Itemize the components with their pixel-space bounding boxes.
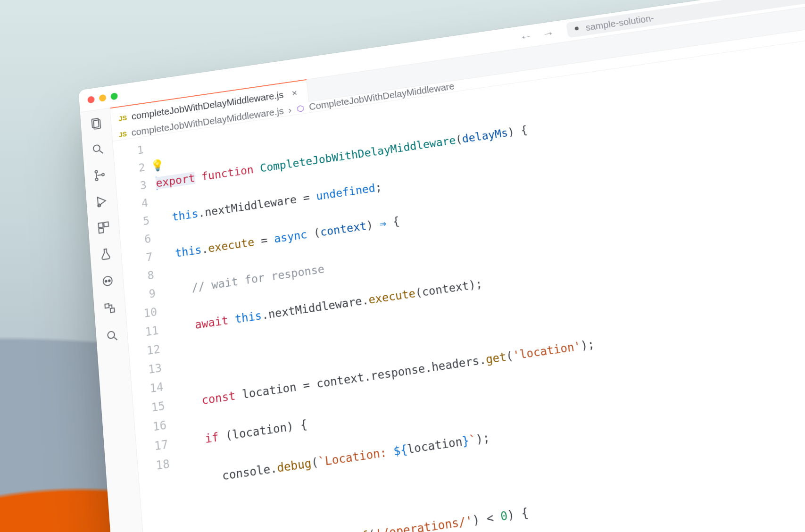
svg-point-6 — [95, 170, 97, 173]
svg-point-7 — [95, 178, 98, 181]
svg-point-14 — [103, 276, 112, 286]
tab-close-icon[interactable]: × — [291, 87, 298, 99]
svg-point-15 — [105, 280, 107, 282]
svg-line-5 — [100, 150, 103, 154]
history-forward-icon[interactable]: → — [541, 25, 555, 41]
svg-rect-13 — [99, 228, 103, 233]
svg-rect-12 — [104, 222, 108, 227]
files-icon[interactable] — [88, 116, 103, 131]
breadcrumb-symbol-icon — [296, 104, 305, 113]
breadcrumb-separator: › — [288, 105, 292, 116]
search-icon — [573, 25, 581, 33]
lightbulb-icon[interactable]: 💡 — [150, 156, 165, 175]
svg-rect-18 — [110, 308, 115, 313]
svg-point-4 — [93, 145, 100, 152]
tab-lang-badge: JS — [118, 113, 127, 122]
search-placeholder: sample-solution- — [585, 13, 655, 33]
extensions-icon[interactable] — [96, 219, 111, 235]
testing-flask-icon[interactable] — [98, 246, 113, 263]
svg-line-1 — [579, 29, 581, 31]
breadcrumb-file-icon: JS — [118, 130, 127, 139]
svg-marker-9 — [98, 196, 106, 206]
svg-point-0 — [574, 26, 579, 31]
editor-window: ← → sample-solution- JS completeJobWithD… — [78, 0, 805, 532]
copilot-icon[interactable] — [100, 273, 116, 289]
search-sidebar-icon[interactable] — [90, 141, 105, 158]
svg-line-20 — [114, 337, 117, 341]
debug-icon[interactable] — [94, 193, 109, 209]
svg-rect-11 — [99, 223, 103, 228]
history-back-icon[interactable]: ← — [519, 29, 533, 44]
svg-point-19 — [108, 331, 115, 339]
references-icon[interactable] — [102, 300, 117, 316]
svg-point-16 — [108, 280, 110, 282]
maximize-window-button[interactable] — [110, 92, 118, 100]
svg-point-8 — [102, 173, 104, 176]
git-icon[interactable] — [92, 167, 108, 183]
minimize-window-button[interactable] — [99, 94, 107, 102]
svg-rect-17 — [105, 304, 109, 308]
close-window-button[interactable] — [87, 96, 95, 104]
search-bottom-icon[interactable] — [104, 327, 119, 344]
